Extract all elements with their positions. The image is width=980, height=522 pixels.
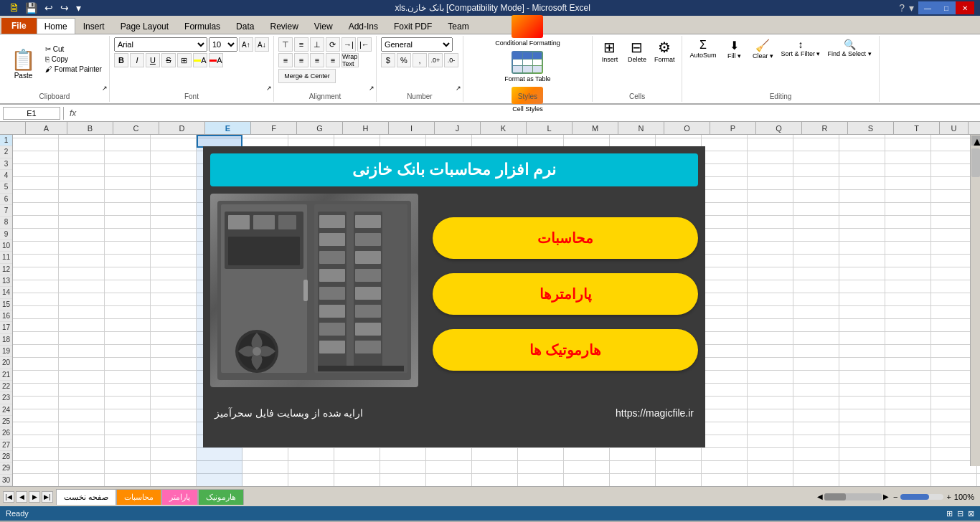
- zoom-in-button[interactable]: +: [946, 493, 951, 501]
- currency-button[interactable]: $: [381, 53, 395, 67]
- alignment-expand[interactable]: ↗: [369, 85, 374, 92]
- bold-button[interactable]: B: [114, 53, 128, 67]
- row-num-13[interactable]: 13: [0, 275, 12, 287]
- quick-access-toolbar[interactable]: 🗎 💾 ↩ ↪ ▾: [6, 1, 86, 14]
- font-color-button[interactable]: A: [209, 53, 223, 67]
- row-num-3[interactable]: 3: [0, 158, 12, 170]
- col-header-S[interactable]: S: [848, 122, 894, 134]
- justify-button[interactable]: ≡: [326, 53, 340, 67]
- fill-button[interactable]: ⬇ Fill ▾: [720, 37, 748, 61]
- undo-button[interactable]: ↩: [42, 1, 55, 14]
- row-num-18[interactable]: 18: [0, 334, 12, 346]
- row-num-22[interactable]: 22: [0, 381, 12, 392]
- tab-review[interactable]: Review: [262, 18, 306, 34]
- insert-cell-button[interactable]: ⊞ Insert: [597, 37, 623, 65]
- row-num-11[interactable]: 11: [0, 252, 12, 263]
- parameters-button[interactable]: پارامترها: [433, 273, 698, 315]
- format-cell-button[interactable]: ⚙ Format: [651, 37, 678, 65]
- sheet-first-button[interactable]: |◀: [3, 491, 14, 503]
- sort-filter-button[interactable]: ↕ Sort & Filter ▾: [778, 37, 823, 61]
- autosum-button[interactable]: Σ AutoSum: [687, 37, 719, 61]
- row-num-19[interactable]: 19: [0, 346, 12, 357]
- align-bottom-button[interactable]: ⊥: [310, 37, 324, 52]
- row-num-10[interactable]: 10: [0, 240, 12, 252]
- col-header-O[interactable]: O: [664, 122, 710, 134]
- sheet-navigation[interactable]: |◀ ◀ ▶ ▶|: [0, 491, 56, 503]
- row-num-23[interactable]: 23: [0, 392, 12, 404]
- help-icon[interactable]: ?: [899, 2, 905, 14]
- col-header-L[interactable]: L: [527, 122, 573, 134]
- row-num-2[interactable]: 2: [0, 146, 12, 158]
- row-num-7[interactable]: 7: [0, 205, 12, 217]
- fill-color-button[interactable]: A: [193, 53, 207, 67]
- save-button[interactable]: 💾: [23, 1, 39, 14]
- col-header-Q[interactable]: Q: [756, 122, 802, 134]
- name-box[interactable]: [3, 107, 60, 120]
- tab-view[interactable]: View: [306, 18, 341, 34]
- select-all-button[interactable]: [13, 122, 26, 134]
- col-header-E[interactable]: E: [205, 122, 251, 134]
- row-num-24[interactable]: 24: [0, 404, 12, 416]
- sheet-tab-fourth[interactable]: هارمونیک: [198, 489, 244, 505]
- page-layout-view-button[interactable]: ⊟: [957, 509, 963, 518]
- align-top-button[interactable]: ⊤: [278, 37, 293, 52]
- sheet-prev-button[interactable]: ◀: [16, 491, 27, 503]
- col-header-T[interactable]: T: [894, 122, 940, 134]
- row-num-4[interactable]: 4: [0, 170, 12, 181]
- sheet-last-button[interactable]: ▶|: [42, 491, 53, 503]
- increase-decimal-button[interactable]: .0+: [428, 53, 443, 67]
- row-num-17[interactable]: 17: [0, 322, 12, 333]
- underline-button[interactable]: U: [146, 53, 160, 67]
- copy-button[interactable]: ⎘ Copy: [42, 54, 105, 64]
- align-middle-button[interactable]: ≡: [294, 37, 308, 52]
- close-button[interactable]: ✕: [956, 1, 974, 14]
- sheet-tab-second[interactable]: محاسبات: [116, 489, 161, 505]
- col-header-M[interactable]: M: [573, 122, 618, 134]
- tab-pagelayout[interactable]: Page Layout: [113, 18, 176, 34]
- delete-cell-button[interactable]: ⊟ Delete: [624, 37, 650, 65]
- col-header-P[interactable]: P: [710, 122, 756, 134]
- row-num-8[interactable]: 8: [0, 217, 12, 228]
- qat-dropdown[interactable]: ▾: [74, 1, 83, 14]
- row-num-9[interactable]: 9: [0, 229, 12, 240]
- row-num-20[interactable]: 20: [0, 357, 12, 369]
- row-num-5[interactable]: 5: [0, 181, 12, 193]
- page-break-view-button[interactable]: ⊠: [968, 509, 974, 518]
- col-header-F[interactable]: F: [251, 122, 297, 134]
- row-num-14[interactable]: 14: [0, 287, 12, 298]
- grid-area[interactable]: نرم افزار محاسبات بانک خازنی: [13, 135, 980, 486]
- col-header-D[interactable]: D: [159, 122, 205, 134]
- zoom-out-button[interactable]: −: [893, 493, 897, 501]
- row-num-21[interactable]: 21: [0, 369, 12, 381]
- row-num-26[interactable]: 26: [0, 427, 12, 439]
- format-painter-button[interactable]: 🖌 Format Painter: [42, 65, 105, 74]
- normal-view-button[interactable]: ⊞: [946, 509, 953, 518]
- increase-indent-button[interactable]: →|: [341, 37, 356, 52]
- align-center-button[interactable]: ≡: [294, 53, 308, 67]
- window-controls[interactable]: ? ▾ — □ ✕: [899, 1, 974, 14]
- tab-foxitpdf[interactable]: Foxit PDF: [386, 18, 440, 34]
- wrap-text-button[interactable]: Wrap Text: [341, 53, 359, 67]
- tab-addins[interactable]: Add-Ins: [341, 18, 386, 34]
- h-scrollbar[interactable]: ◀ ▶: [817, 493, 893, 500]
- col-header-R[interactable]: R: [802, 122, 848, 134]
- h-scrollbar-track[interactable]: [824, 493, 882, 500]
- col-header-A[interactable]: A: [26, 122, 67, 134]
- find-select-button[interactable]: 🔍 Find & Select ▾: [824, 37, 874, 61]
- row-num-1[interactable]: 1: [0, 135, 12, 146]
- row-num-15[interactable]: 15: [0, 299, 12, 310]
- cut-button[interactable]: ✂ Cut: [42, 44, 105, 54]
- row-num-12[interactable]: 12: [0, 264, 12, 275]
- col-header-K[interactable]: K: [481, 122, 527, 134]
- sheet-tab-third[interactable]: پارامتر: [161, 489, 198, 505]
- format-table-button[interactable]: Format as Table: [503, 49, 552, 84]
- col-header-J[interactable]: J: [435, 122, 481, 134]
- zoom-slider[interactable]: [900, 494, 943, 500]
- col-header-N[interactable]: N: [618, 122, 664, 134]
- tab-home[interactable]: Home: [37, 18, 75, 34]
- harmonics-button[interactable]: هارموتیک ها: [433, 329, 698, 371]
- row-num-28[interactable]: 28: [0, 451, 12, 462]
- decrease-decimal-button[interactable]: .0-: [444, 53, 458, 67]
- col-header-C[interactable]: C: [113, 122, 159, 134]
- minimize-button[interactable]: —: [918, 1, 937, 14]
